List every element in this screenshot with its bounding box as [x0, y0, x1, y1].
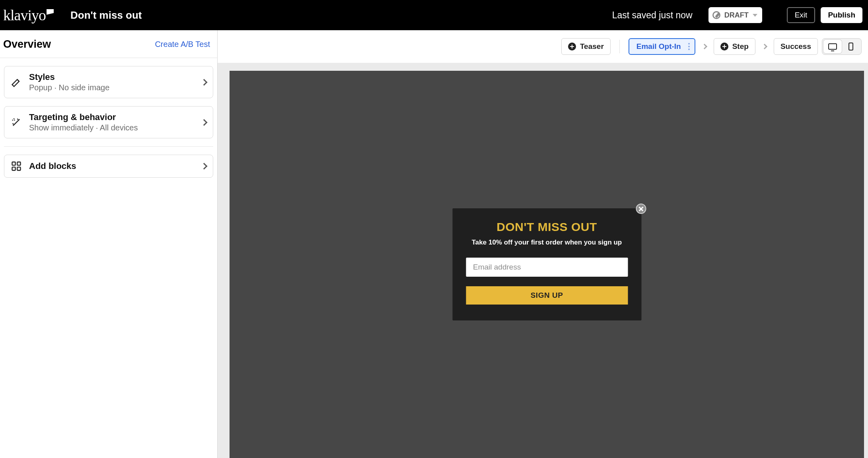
editor: Teaser Email Opt-In Step Success [218, 30, 868, 458]
card-add-blocks[interactable]: Add blocks [4, 155, 213, 178]
brand-flag-icon [47, 9, 54, 15]
svg-rect-2 [12, 167, 16, 170]
divider [4, 146, 213, 147]
step-label: Step [732, 42, 749, 51]
card-subtitle: Popup · No side image [29, 83, 195, 92]
publish-button[interactable]: Publish [821, 7, 862, 23]
status-label: DRAFT [724, 11, 749, 19]
svg-rect-0 [12, 162, 16, 165]
device-toggle [822, 38, 862, 55]
popup-signup-button[interactable]: SIGN UP [466, 286, 628, 305]
success-step-button[interactable]: Success [774, 38, 818, 55]
sidebar-header: Overview Create A/B Test [0, 30, 217, 58]
sidebar-title: Overview [3, 38, 51, 50]
canvas-wrapper: DON'T MISS OUT Take 10% off your first o… [218, 63, 868, 458]
chevron-right-icon [201, 79, 208, 85]
teaser-step-button[interactable]: Teaser [561, 38, 611, 55]
brand-text: klaviyo [3, 6, 46, 24]
svg-rect-3 [17, 167, 20, 170]
kebab-icon[interactable] [687, 43, 691, 50]
popup-preview: DON'T MISS OUT Take 10% off your first o… [452, 208, 641, 320]
mobile-icon [849, 43, 853, 50]
success-label: Success [780, 42, 811, 51]
chevron-right-icon [762, 44, 767, 49]
active-step-label: Email Opt-In [636, 42, 681, 51]
chevron-right-icon [201, 163, 208, 170]
card-subtitle: Show immediately · All devices [29, 123, 195, 132]
popup-title: DON'T MISS OUT [466, 220, 628, 234]
brand-logo: klaviyo [3, 6, 54, 24]
desktop-view-button[interactable] [823, 40, 842, 53]
desktop-icon [828, 43, 837, 50]
teaser-label: Teaser [580, 42, 604, 51]
chevron-down-icon [753, 14, 757, 17]
pencil-icon [11, 77, 22, 88]
chevron-right-icon [702, 44, 707, 49]
status-icon [712, 11, 720, 19]
mobile-view-button[interactable] [842, 40, 860, 53]
plus-circle-icon [720, 43, 728, 50]
popup-close-button[interactable] [636, 204, 646, 214]
status-dropdown[interactable]: DRAFT [708, 7, 762, 23]
divider [619, 40, 620, 53]
preview-canvas: DON'T MISS OUT Take 10% off your first o… [230, 71, 864, 458]
svg-rect-1 [17, 162, 20, 165]
blocks-icon [11, 161, 22, 172]
card-title: Styles [29, 72, 195, 82]
sidebar: Overview Create A/B Test Styles Popup · … [0, 30, 218, 458]
last-saved-label: Last saved just now [612, 10, 693, 21]
exit-button[interactable]: Exit [787, 7, 815, 23]
popup-email-input[interactable] [466, 258, 628, 277]
step-toolbar: Teaser Email Opt-In Step Success [218, 30, 868, 63]
plus-circle-icon [568, 43, 576, 50]
wand-icon [11, 117, 22, 128]
popup-subtitle: Take 10% off your first order when you s… [466, 239, 628, 246]
create-ab-test-link[interactable]: Create A/B Test [155, 40, 210, 49]
card-title: Targeting & behavior [29, 112, 195, 122]
card-targeting[interactable]: Targeting & behavior Show immediately · … [4, 106, 213, 138]
card-title: Add blocks [29, 161, 195, 171]
add-step-button[interactable]: Step [714, 38, 755, 55]
card-styles[interactable]: Styles Popup · No side image [4, 66, 213, 98]
top-bar: klaviyo Don't miss out Last saved just n… [0, 0, 868, 30]
active-step[interactable]: Email Opt-In [629, 38, 695, 55]
chevron-right-icon [201, 119, 208, 126]
form-name: Don't miss out [70, 9, 142, 21]
